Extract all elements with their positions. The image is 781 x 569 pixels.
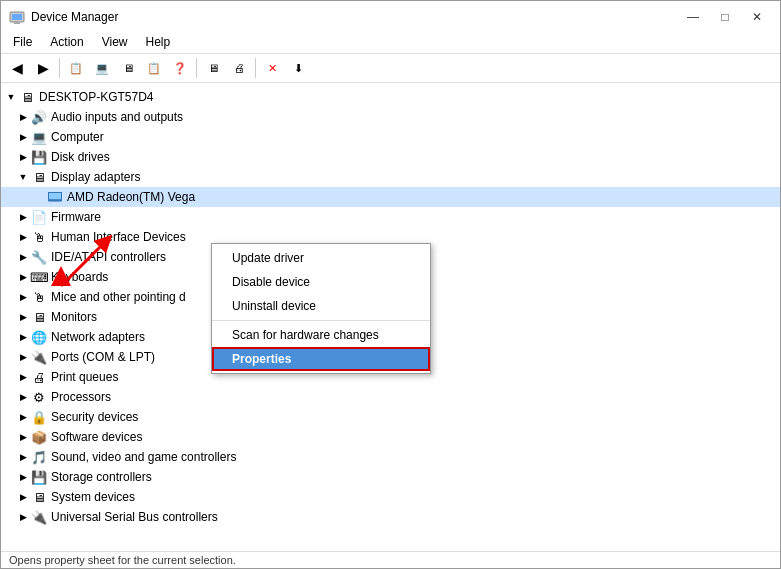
tree-item-storage[interactable]: ▶ 💾 Storage controllers — [1, 467, 780, 487]
ports-chevron: ▶ — [17, 351, 29, 363]
network-chevron: ▶ — [17, 331, 29, 343]
keyboards-chevron: ▶ — [17, 271, 29, 283]
tree-item-usb[interactable]: ▶ 🔌 Universal Serial Bus controllers — [1, 507, 780, 527]
display-by-type-button[interactable]: 🖥 — [201, 56, 225, 80]
firmware-label: Firmware — [51, 210, 101, 224]
software-chevron: ▶ — [17, 431, 29, 443]
ctx-disable-device[interactable]: Disable device — [212, 270, 430, 294]
window-title: Device Manager — [31, 10, 118, 24]
maximize-button[interactable]: □ — [710, 7, 740, 27]
toolbar-separator-1 — [59, 58, 60, 78]
device-manager-window: Device Manager — □ ✕ File Action View He… — [0, 0, 781, 569]
svg-rect-2 — [14, 22, 20, 24]
tree-item-display[interactable]: ▼ 🖥 Display adapters — [1, 167, 780, 187]
context-menu: Update driver Disable device Uninstall d… — [211, 243, 431, 374]
processors-label: Processors — [51, 390, 111, 404]
toolbar-separator-3 — [255, 58, 256, 78]
system-label: System devices — [51, 490, 135, 504]
firmware-chevron: ▶ — [17, 211, 29, 223]
processors-icon: ⚙ — [31, 389, 47, 405]
toolbar: ◀ ▶ 📋 💻 🖥 📋 ❓ 🖥 🖨 ✕ ⬇ — [1, 54, 780, 83]
tree-item-firmware[interactable]: ▶ 📄 Firmware — [1, 207, 780, 227]
sound-chevron: ▶ — [17, 451, 29, 463]
audio-chevron: ▶ — [17, 111, 29, 123]
software-icon: 📦 — [31, 429, 47, 445]
svg-rect-1 — [12, 14, 22, 20]
ports-icon: 🔌 — [31, 349, 47, 365]
network-icon: 🌐 — [31, 329, 47, 345]
ide-icon: 🔧 — [31, 249, 47, 265]
computer-icon: 🖥 — [19, 89, 35, 105]
keyboards-label: Keyboards — [51, 270, 108, 284]
svg-rect-4 — [49, 193, 61, 199]
forward-button[interactable]: ▶ — [31, 56, 55, 80]
disk-icon: 💾 — [31, 149, 47, 165]
tree-item-security[interactable]: ▶ 🔒 Security devices — [1, 407, 780, 427]
ctx-scan-changes[interactable]: Scan for hardware changes — [212, 323, 430, 347]
scan-changes-button[interactable]: 📋 — [142, 56, 166, 80]
mice-chevron: ▶ — [17, 291, 29, 303]
tree-item-software[interactable]: ▶ 📦 Software devices — [1, 427, 780, 447]
properties-button[interactable]: 📋 — [64, 56, 88, 80]
audio-label: Audio inputs and outputs — [51, 110, 183, 124]
hid-icon: 🖱 — [31, 229, 47, 245]
window-controls: — □ ✕ — [678, 7, 772, 27]
software-label: Software devices — [51, 430, 142, 444]
usb-icon: 🔌 — [31, 509, 47, 525]
tree-root[interactable]: ▼ 🖥 DESKTOP-KGT57D4 — [1, 87, 780, 107]
update-driver-button[interactable]: 💻 — [90, 56, 114, 80]
keyboards-icon: ⌨ — [31, 269, 47, 285]
display-by-connection-button[interactable]: 🖨 — [227, 56, 251, 80]
title-bar: Device Manager — □ ✕ — [1, 1, 780, 31]
help-button[interactable]: ❓ — [168, 56, 192, 80]
menu-action[interactable]: Action — [42, 33, 91, 51]
network-label: Network adapters — [51, 330, 145, 344]
menu-file[interactable]: File — [5, 33, 40, 51]
tree-item-system[interactable]: ▶ 🖥 System devices — [1, 487, 780, 507]
minimize-button[interactable]: — — [678, 7, 708, 27]
storage-icon: 💾 — [31, 469, 47, 485]
remove-button[interactable]: ✕ — [260, 56, 284, 80]
root-chevron: ▼ — [5, 91, 17, 103]
root-label: DESKTOP-KGT57D4 — [39, 90, 153, 104]
back-button[interactable]: ◀ — [5, 56, 29, 80]
computer-label: Computer — [51, 130, 104, 144]
add-button[interactable]: ⬇ — [286, 56, 310, 80]
tree-panel[interactable]: ▼ 🖥 DESKTOP-KGT57D4 ▶ 🔊 Audio inputs and… — [1, 83, 780, 551]
storage-chevron: ▶ — [17, 471, 29, 483]
hid-label: Human Interface Devices — [51, 230, 186, 244]
menu-view[interactable]: View — [94, 33, 136, 51]
security-chevron: ▶ — [17, 411, 29, 423]
uninstall-button[interactable]: 🖥 — [116, 56, 140, 80]
disk-label: Disk drives — [51, 150, 110, 164]
system-icon: 🖥 — [31, 489, 47, 505]
ports-label: Ports (COM & LPT) — [51, 350, 155, 364]
storage-label: Storage controllers — [51, 470, 152, 484]
sound-icon: 🎵 — [31, 449, 47, 465]
display-chevron: ▼ — [17, 171, 29, 183]
mice-label: Mice and other pointing d — [51, 290, 186, 304]
tree-item-computer[interactable]: ▶ 💻 Computer — [1, 127, 780, 147]
tree-item-audio[interactable]: ▶ 🔊 Audio inputs and outputs — [1, 107, 780, 127]
display-label: Display adapters — [51, 170, 140, 184]
display-icon: 🖥 — [31, 169, 47, 185]
ctx-properties[interactable]: Properties — [212, 347, 430, 371]
processors-chevron: ▶ — [17, 391, 29, 403]
status-text: Opens property sheet for the current sel… — [9, 554, 236, 566]
security-label: Security devices — [51, 410, 138, 424]
firmware-icon: 📄 — [31, 209, 47, 225]
audio-icon: 🔊 — [31, 109, 47, 125]
tree-item-disk[interactable]: ▶ 💾 Disk drives — [1, 147, 780, 167]
mice-icon: 🖱 — [31, 289, 47, 305]
menu-help[interactable]: Help — [138, 33, 179, 51]
security-icon: 🔒 — [31, 409, 47, 425]
tree-item-processors[interactable]: ▶ ⚙ Processors — [1, 387, 780, 407]
tree-item-amd[interactable]: ▶ AMD Radeon(TM) Vega — [1, 187, 780, 207]
main-content: ▼ 🖥 DESKTOP-KGT57D4 ▶ 🔊 Audio inputs and… — [1, 83, 780, 551]
monitors-label: Monitors — [51, 310, 97, 324]
tree-item-sound[interactable]: ▶ 🎵 Sound, video and game controllers — [1, 447, 780, 467]
ctx-uninstall-device[interactable]: Uninstall device — [212, 294, 430, 318]
ctx-update-driver[interactable]: Update driver — [212, 246, 430, 270]
close-button[interactable]: ✕ — [742, 7, 772, 27]
menu-bar: File Action View Help — [1, 31, 780, 54]
